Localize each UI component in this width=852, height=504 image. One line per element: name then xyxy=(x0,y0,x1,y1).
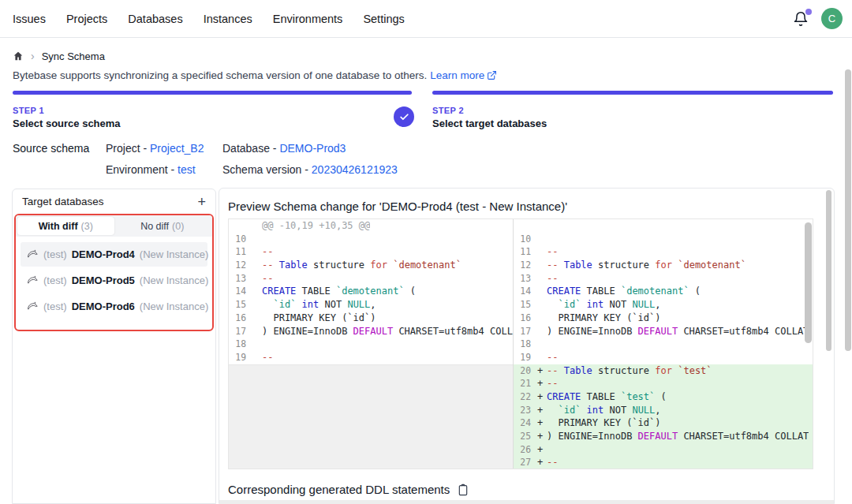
field-label: Database - xyxy=(222,142,279,155)
step1-block: STEP 1 Select source schema xyxy=(13,106,121,129)
field-label: Environment - xyxy=(106,163,178,176)
step1-progress-bar xyxy=(13,91,412,95)
code-line: 18 xyxy=(229,338,513,351)
step2-eyebrow: STEP 2 xyxy=(432,106,547,115)
intro-text: Bytebase supports synchronizing a specif… xyxy=(13,69,427,81)
code-line: 24+ PRIMARY KEY (`id`) xyxy=(514,416,813,430)
code-line: 21+-- xyxy=(514,377,813,390)
db-suffix: (New Instance) xyxy=(140,274,208,286)
code-line: 10 xyxy=(229,233,513,246)
environment-link[interactable]: test xyxy=(178,163,196,176)
code-line: 18 xyxy=(514,338,813,351)
home-icon[interactable] xyxy=(13,50,24,62)
code-line: 13-- xyxy=(514,272,813,286)
schema-version-link[interactable]: 20230426121923 xyxy=(312,163,398,176)
target-databases-panel: Target databases + With diff(3)No diff(0… xyxy=(12,189,216,504)
source-project-field: Project - Project_B2 xyxy=(106,142,204,155)
code-line: 12-- Table structure for `demotenant` xyxy=(229,259,513,272)
nav-item-settings[interactable]: Settings xyxy=(363,13,404,25)
external-link-icon xyxy=(487,70,497,80)
db-suffix: (New Instance) xyxy=(140,301,208,312)
notification-dot xyxy=(805,9,812,15)
project-link[interactable]: Project_B2 xyxy=(150,142,204,155)
step2-block: STEP 2 Select target databases xyxy=(432,106,547,129)
database-row-demo-prod6[interactable]: (test)DEMO-Prod6(New Instance) xyxy=(21,294,207,319)
code-line: 27+-- xyxy=(514,456,813,469)
source-database-field: Database - DEMO-Prod3 xyxy=(222,142,346,155)
page-scrollbar[interactable] xyxy=(845,69,851,351)
step2-progress-bar xyxy=(432,91,833,95)
code-line: 14CREATE TABLE `demotenant` ( xyxy=(229,285,513,298)
ddl-title: Corresponding generated DDL statements xyxy=(228,483,450,496)
avatar[interactable]: C xyxy=(821,8,843,29)
source-environment-field: Environment - test xyxy=(106,163,196,176)
db-suffix: (New Instance) xyxy=(140,248,208,260)
nav-item-instances[interactable]: Instances xyxy=(204,13,252,25)
code-line: 17) ENGINE=InnoDB DEFAULT CHARSET=utf8mb… xyxy=(514,325,813,338)
tab-no-diff[interactable]: No diff(0) xyxy=(114,217,211,235)
editor-scrollbar[interactable] xyxy=(805,222,812,343)
mysql-icon xyxy=(27,248,39,260)
target-databases-header: Target databases + xyxy=(13,189,215,214)
learn-more-link[interactable]: Learn more xyxy=(430,69,497,81)
code-line: 19-- xyxy=(514,351,813,364)
add-target-database-button[interactable]: + xyxy=(197,195,206,209)
code-line: 14CREATE TABLE `demotenant` ( xyxy=(514,285,813,298)
code-line xyxy=(514,219,813,233)
source-version-field: Schema version - 20230426121923 xyxy=(222,163,398,176)
nav-item-environments[interactable]: Environments xyxy=(273,13,343,25)
breadcrumb: › Sync Schema xyxy=(13,50,105,62)
step1-eyebrow: STEP 1 xyxy=(13,106,121,115)
field-label: Project - xyxy=(106,142,150,155)
code-line: 25+) ENGINE=InnoDB DEFAULT CHARSET=utf8m… xyxy=(514,430,813,443)
nav-item-databases[interactable]: Databases xyxy=(128,13,182,25)
database-link[interactable]: DEMO-Prod3 xyxy=(279,142,346,155)
code-line: 19-- xyxy=(229,351,513,364)
code-line: 10 xyxy=(514,233,813,246)
step1-completed-icon xyxy=(394,106,414,127)
code-line: 23+ `id` int NOT NULL, xyxy=(514,404,813,417)
code-line: 12-- Table structure for `demotenant` xyxy=(514,259,813,272)
code-line: 15 `id` int NOT NULL, xyxy=(514,298,813,312)
ddl-editor-top-edge xyxy=(219,500,834,504)
code-line: 17) ENGINE=InnoDB DEFAULT CHARSET=utf8mb… xyxy=(229,325,513,338)
tab-with-diff[interactable]: With diff(3) xyxy=(17,217,114,235)
nav-right: C xyxy=(793,8,843,29)
nav-item-issues[interactable]: Issues xyxy=(13,13,46,25)
intro-text-row: Bytebase supports synchronizing a specif… xyxy=(13,69,497,81)
notifications-bell-icon[interactable] xyxy=(793,11,809,27)
mysql-icon xyxy=(27,301,39,312)
diff-tabs: With diff(3)No diff(0) xyxy=(16,215,212,237)
code-line: 26+ xyxy=(514,443,813,457)
db-environment: (test) xyxy=(43,301,67,312)
db-name: DEMO-Prod6 xyxy=(72,301,135,312)
step2-title: Select target databases xyxy=(432,118,547,129)
database-row-demo-prod5[interactable]: (test)DEMO-Prod5(New Instance) xyxy=(21,268,207,293)
db-environment: (test) xyxy=(43,274,67,286)
code-line: 16 PRIMARY KEY (`id`) xyxy=(514,312,813,325)
code-line: 16 PRIMARY KEY (`id`) xyxy=(229,312,513,325)
code-line: 13-- xyxy=(229,272,513,286)
copy-ddl-button[interactable] xyxy=(457,483,469,496)
code-line: @@ -10,19 +10,35 @@ xyxy=(229,219,513,233)
schema-diff-editor[interactable]: @@ -10,19 +10,35 @@1011--12-- Table stru… xyxy=(228,218,813,469)
top-nav: IssuesProjectsDatabasesInstancesEnvironm… xyxy=(0,0,852,38)
mysql-icon xyxy=(27,274,39,286)
panel-scrollbar[interactable] xyxy=(826,190,831,351)
code-line: 20+-- Table structure for `test` xyxy=(514,364,813,378)
clipboard-icon xyxy=(457,483,469,496)
db-name: DEMO-Prod5 xyxy=(72,274,135,286)
nav-item-projects[interactable]: Projects xyxy=(66,13,107,25)
code-line: 22+CREATE TABLE `test` ( xyxy=(514,390,813,404)
database-row-demo-prod4[interactable]: (test)DEMO-Prod4(New Instance) xyxy=(21,242,207,267)
ddl-section-header: Corresponding generated DDL statements xyxy=(228,483,469,496)
diff-filler-region xyxy=(229,364,513,469)
field-label: Schema version - xyxy=(222,163,312,176)
nav-items: IssuesProjectsDatabasesInstancesEnvironm… xyxy=(13,13,405,25)
diff-pane-modified: 1011--12-- Table structure for `demotena… xyxy=(514,219,813,469)
db-name: DEMO-Prod4 xyxy=(72,248,135,260)
target-database-list: (test)DEMO-Prod4(New Instance)(test)DEMO… xyxy=(16,237,212,324)
diff-pane-original: @@ -10,19 +10,35 @@1011--12-- Table stru… xyxy=(229,219,513,469)
breadcrumb-page: Sync Schema xyxy=(42,50,105,62)
db-environment: (test) xyxy=(43,248,67,260)
